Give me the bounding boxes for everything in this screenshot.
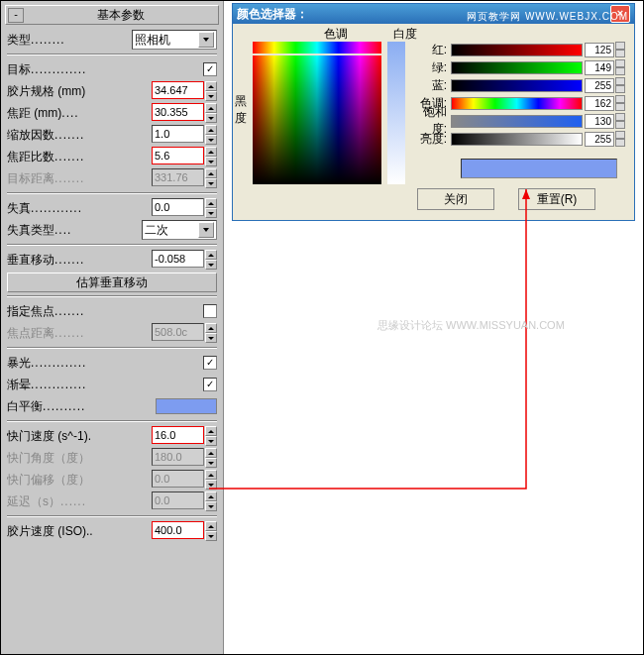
panel-title: 基本参数 [24, 7, 218, 24]
r-spinner[interactable] [615, 42, 625, 57]
result-color-swatch [461, 159, 617, 178]
reset-button[interactable]: 重置(R) [518, 188, 595, 210]
r-label: 红: [417, 42, 447, 58]
film-label: 胶片规格 (mm) [7, 83, 152, 100]
zoom-label: 缩放因数....... [7, 127, 152, 144]
g-spinner[interactable] [615, 59, 625, 75]
h-spinner[interactable] [615, 95, 625, 111]
shutter-input[interactable]: 16.0 [152, 426, 204, 444]
delay-label: 延迟（s）...... [7, 493, 152, 510]
watermark: 网页教学网 WWW.WEBJX.COM [467, 10, 628, 24]
s-spinner[interactable] [615, 113, 625, 129]
vshift-input[interactable]: -0.058 [152, 250, 204, 268]
tdist-label: 目标距离....... [7, 170, 152, 187]
g-value[interactable]: 149 [585, 60, 614, 75]
s-slider[interactable] [451, 115, 583, 128]
type-label: 类型........ [7, 32, 132, 49]
delay-spinner [205, 491, 217, 511]
focus-dist-spinner [205, 323, 217, 343]
focal-input[interactable]: 30.355 [152, 103, 204, 121]
whiteness-bar[interactable] [387, 42, 405, 184]
spec-focus-checkbox[interactable] [203, 304, 217, 318]
watermark2: 思缘设计论坛 WWW.MISSYUAN.COM [377, 318, 565, 333]
dist-label: 失真............ [7, 200, 152, 217]
white-label: 白度 [393, 26, 417, 43]
shutter-label: 快门速度 (s^-1). [7, 428, 152, 445]
wbalance-label: 白平衡.......... [7, 398, 156, 415]
shutter-spinner[interactable] [205, 426, 217, 446]
hue-label: 色调 [324, 26, 348, 43]
color-picker-dialog: 颜色选择器：× 色调 白度 黑度 红:125 绿:149 蓝:255 色调:16… [232, 3, 635, 221]
dist-spinner[interactable] [205, 198, 217, 218]
focus-dist-input: 508.0c [152, 323, 204, 341]
delay-input: 0.0 [152, 491, 204, 509]
shutter-angle-input: 180.0 [152, 448, 204, 466]
iso-input[interactable]: 400.0 [152, 521, 204, 539]
tdist-spinner [205, 168, 217, 188]
r-slider[interactable] [451, 44, 583, 56]
wbalance-swatch[interactable] [156, 398, 217, 414]
b-slider[interactable] [451, 79, 583, 92]
r-value[interactable]: 125 [585, 43, 614, 57]
zoom-input[interactable]: 1.0 [152, 125, 204, 143]
shutter-offset-label: 快门偏移（度） [7, 472, 152, 489]
shutter-angle-label: 快门角度（度） [7, 450, 152, 467]
target-checkbox[interactable]: ✓ [203, 62, 217, 76]
focal-label: 焦距 (mm).... [7, 105, 152, 122]
panel-title-bar: - 基本参数 [5, 5, 219, 25]
film-spinner[interactable] [205, 81, 217, 101]
focus-dist-label: 焦点距离....... [7, 325, 152, 342]
dist-type-dropdown[interactable]: 二次 [142, 220, 217, 240]
s-value[interactable]: 130 [585, 114, 614, 129]
fratio-spinner[interactable] [205, 147, 217, 166]
fratio-input[interactable]: 5.6 [152, 147, 204, 164]
zoom-spinner[interactable] [205, 125, 217, 145]
dialog-title: 颜色选择器： [237, 6, 308, 23]
estimate-vshift-button[interactable]: 估算垂直移动 [7, 273, 217, 292]
shutter-offset-input: 0.0 [152, 470, 204, 488]
target-label: 目标............. [7, 61, 203, 78]
basic-params-panel: - 基本参数 类型........照相机 目标.............✓ 胶片… [1, 1, 224, 654]
hue-bar[interactable] [253, 42, 381, 54]
vignette-checkbox[interactable]: ✓ [203, 378, 217, 391]
v-value[interactable]: 255 [585, 132, 614, 147]
film-input[interactable]: 34.647 [152, 81, 204, 99]
b-value[interactable]: 255 [585, 78, 614, 93]
h-slider[interactable] [451, 97, 583, 110]
b-spinner[interactable] [615, 77, 625, 93]
dist-type-label: 失真类型.... [7, 222, 142, 239]
color-field[interactable] [253, 55, 381, 184]
vshift-label: 垂直移动....... [7, 252, 152, 269]
chevron-down-icon [198, 32, 214, 48]
v-spinner[interactable] [615, 131, 625, 147]
dark-label: 黑度 [235, 93, 247, 127]
fratio-label: 焦距比数....... [7, 149, 152, 165]
vshift-spinner[interactable] [205, 250, 217, 270]
shutter-offset-spinner [205, 470, 217, 490]
exposure-checkbox[interactable]: ✓ [203, 356, 217, 370]
collapse-button[interactable]: - [8, 8, 24, 23]
close-dialog-button[interactable]: 关闭 [417, 188, 494, 210]
dist-input[interactable]: 0.0 [152, 198, 204, 216]
exposure-label: 暴光............. [7, 355, 203, 372]
iso-spinner[interactable] [205, 521, 217, 541]
v-label: 亮度: [417, 131, 447, 148]
g-label: 绿: [417, 59, 447, 76]
chevron-down-icon [198, 222, 214, 238]
shutter-angle-spinner [205, 448, 217, 468]
v-slider[interactable] [451, 133, 583, 146]
h-value[interactable]: 162 [585, 96, 614, 111]
annotation-arrow [209, 189, 546, 496]
tdist-input: 331.76 [152, 168, 204, 186]
type-dropdown[interactable]: 照相机 [132, 30, 217, 50]
focal-spinner[interactable] [205, 103, 217, 123]
b-label: 蓝: [417, 77, 447, 94]
g-slider[interactable] [451, 61, 583, 74]
iso-label: 胶片速度 (ISO).. [7, 523, 152, 540]
spec-focus-label: 指定焦点....... [7, 303, 203, 320]
vignette-label: 渐晕............. [7, 377, 203, 393]
